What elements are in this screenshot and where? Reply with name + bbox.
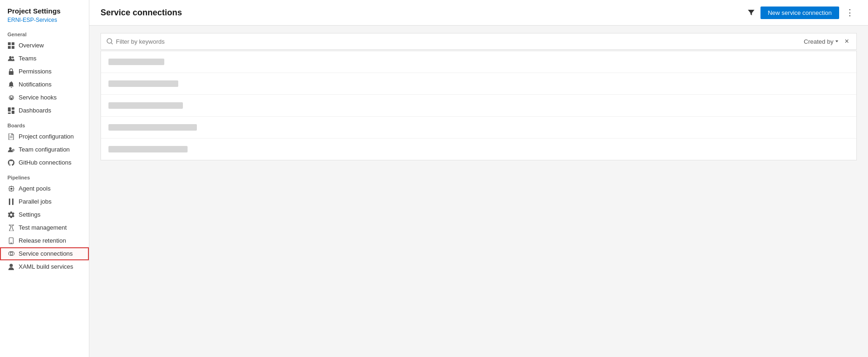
skeleton-bar <box>108 146 188 152</box>
created-by-label: Created by <box>804 38 834 45</box>
filter-bar-inner <box>107 38 802 45</box>
header-actions: New service connection ⋮ <box>746 6 857 20</box>
plug-icon <box>7 94 15 101</box>
svg-rect-13 <box>12 111 14 114</box>
close-filter-button[interactable]: × <box>843 35 851 47</box>
created-by-button[interactable]: Created by <box>802 36 841 47</box>
filter-right: Created by × <box>802 35 851 47</box>
content-area: Created by × <box>89 26 868 357</box>
svg-point-35 <box>107 39 112 43</box>
svg-point-19 <box>10 187 13 190</box>
svg-line-36 <box>111 43 113 44</box>
svg-point-16 <box>9 147 12 149</box>
doc-icon <box>7 133 15 140</box>
sidebar-item-service-hooks[interactable]: Service hooks <box>0 91 89 104</box>
sidebar-item-settings[interactable]: Settings <box>0 208 89 221</box>
sidebar-subtitle: ERNI-ESP-Services <box>7 17 81 23</box>
svg-rect-10 <box>8 107 11 112</box>
sidebar-item-agent-pools-label: Agent pools <box>19 185 51 192</box>
sidebar-item-team-config-label: Team configuration <box>19 146 70 153</box>
sidebar-item-github-label: GitHub connections <box>19 159 71 166</box>
list-item[interactable] <box>101 51 856 73</box>
bell-icon <box>7 81 15 88</box>
page-title: Service connections <box>101 8 182 18</box>
list-item[interactable] <box>101 73 856 95</box>
sidebar-item-overview-label: Overview <box>19 42 44 49</box>
sidebar-item-permissions-label: Permissions <box>19 68 52 75</box>
sidebar-item-teams-label: Teams <box>19 55 36 62</box>
filter-search-icon <box>107 38 113 45</box>
sidebar-title: Project Settings <box>7 7 81 16</box>
people-icon <box>7 55 15 62</box>
test-icon <box>7 224 15 231</box>
gear-icon <box>7 211 15 218</box>
section-general-label: General <box>0 26 89 39</box>
main-header: Service connections New service connecti… <box>89 0 868 26</box>
sidebar-item-parallel-jobs-label: Parallel jobs <box>19 198 52 205</box>
agent-icon <box>7 185 15 192</box>
skeleton-bar <box>108 102 183 109</box>
service-connections-list <box>101 51 857 160</box>
sidebar-item-project-config-label: Project configuration <box>19 133 74 140</box>
filter-bar: Created by × <box>101 33 857 50</box>
sidebar-item-xaml-build-label: XAML build services <box>19 263 73 270</box>
sidebar-item-dashboards-label: Dashboards <box>19 107 51 114</box>
svg-point-5 <box>12 56 13 58</box>
plug2-icon <box>7 250 15 258</box>
svg-rect-3 <box>12 46 14 49</box>
new-service-connection-button[interactable]: New service connection <box>760 7 839 19</box>
svg-rect-27 <box>10 243 12 244</box>
sidebar-item-settings-label: Settings <box>19 211 40 218</box>
dashboard-icon <box>7 107 15 114</box>
main-content: Service connections New service connecti… <box>89 0 868 357</box>
sidebar-item-agent-pools[interactable]: Agent pools <box>0 182 89 195</box>
filter-keywords-input[interactable] <box>116 38 802 45</box>
sidebar-item-project-configuration[interactable]: Project configuration <box>0 130 89 143</box>
person-icon <box>7 263 15 271</box>
sidebar-item-test-management-label: Test management <box>19 224 67 231</box>
sidebar: Project Settings ERNI-ESP-Services Gener… <box>0 0 89 357</box>
section-pipelines-label: Pipelines <box>0 169 89 182</box>
sidebar-item-notifications-label: Notifications <box>19 81 52 88</box>
sidebar-header: Project Settings ERNI-ESP-Services <box>0 0 89 26</box>
lock-icon <box>7 68 15 75</box>
more-options-button[interactable]: ⋮ <box>843 6 857 20</box>
svg-rect-0 <box>8 42 11 45</box>
sidebar-item-test-management[interactable]: Test management <box>0 221 89 234</box>
sidebar-item-overview[interactable]: Overview <box>0 39 89 52</box>
parallel-icon <box>7 198 15 205</box>
sidebar-item-service-connections-label: Service connections <box>19 250 73 257</box>
svg-rect-24 <box>9 198 10 205</box>
skeleton-bar <box>108 124 197 131</box>
svg-point-34 <box>10 264 13 267</box>
phone-icon <box>7 237 15 245</box>
svg-rect-11 <box>12 107 14 110</box>
grid-icon <box>7 42 15 49</box>
sidebar-item-service-connections[interactable]: Service connections <box>0 247 89 260</box>
people-gear-icon <box>7 146 15 153</box>
svg-rect-25 <box>12 198 13 205</box>
filter-icon-button[interactable] <box>746 7 757 18</box>
section-boards-label: Boards <box>0 117 89 130</box>
sidebar-item-permissions[interactable]: Permissions <box>0 65 89 78</box>
github-icon <box>7 159 15 166</box>
list-item[interactable] <box>101 117 856 139</box>
sidebar-item-release-retention[interactable]: Release retention <box>0 234 89 247</box>
sidebar-item-dashboards[interactable]: Dashboards <box>0 104 89 117</box>
sidebar-item-team-configuration[interactable]: Team configuration <box>0 143 89 156</box>
sidebar-item-github-connections[interactable]: GitHub connections <box>0 156 89 169</box>
sidebar-item-parallel-jobs[interactable]: Parallel jobs <box>0 195 89 208</box>
sidebar-item-xaml-build[interactable]: XAML build services <box>0 260 89 273</box>
sidebar-item-teams[interactable]: Teams <box>0 52 89 65</box>
svg-rect-2 <box>8 46 11 49</box>
svg-rect-12 <box>8 112 11 114</box>
svg-rect-6 <box>9 71 13 75</box>
sidebar-item-notifications[interactable]: Notifications <box>0 78 89 91</box>
skeleton-bar <box>108 80 178 87</box>
skeleton-bar <box>108 59 164 65</box>
list-item[interactable] <box>101 95 856 117</box>
svg-point-4 <box>9 56 12 58</box>
sidebar-item-service-hooks-label: Service hooks <box>19 94 57 101</box>
list-item[interactable] <box>101 139 856 160</box>
svg-rect-1 <box>12 42 14 45</box>
